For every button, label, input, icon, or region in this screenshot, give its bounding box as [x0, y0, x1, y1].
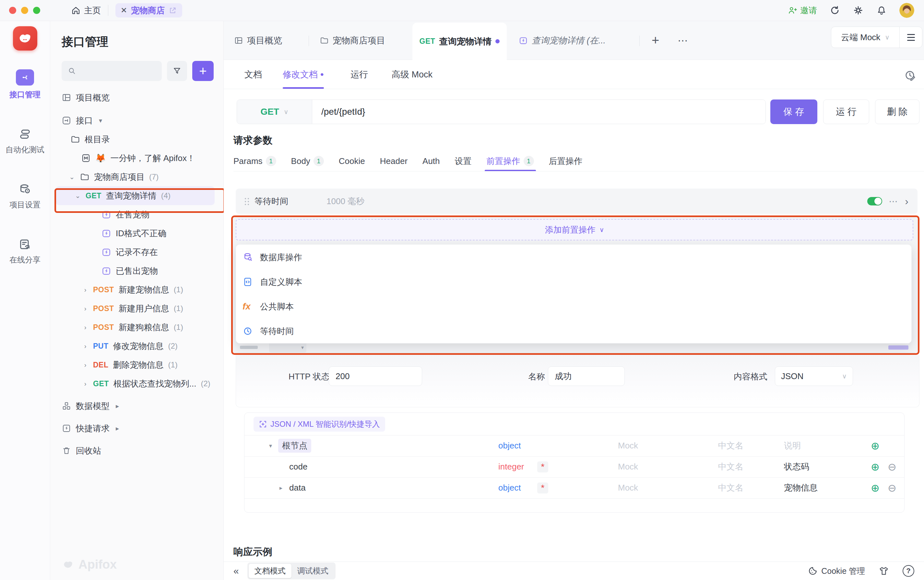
cn-name-placeholder[interactable]: 中文名 [718, 456, 743, 477]
delete-button[interactable]: 删 除 [875, 99, 919, 124]
menu-item-database-operation[interactable]: 数据库操作 [236, 245, 911, 270]
tree-endpoint-get-pet-detail-selected[interactable]: ⌄ GET 查询宠物详情 (4) [56, 186, 214, 205]
menu-item-public-script[interactable]: fx 公共脚本 [236, 294, 911, 319]
chevron-right-icon[interactable]: ▸ [114, 425, 120, 432]
workspace-tab-active-get-pet[interactable]: GET 查询宠物详情 [412, 23, 507, 60]
chevron-right-icon[interactable]: › [82, 305, 89, 312]
tab-body[interactable]: Body1 [291, 151, 324, 171]
description-placeholder[interactable]: 说明 [784, 435, 801, 456]
field-type[interactable]: object [498, 435, 521, 456]
chevron-right-icon[interactable]: › [82, 380, 89, 387]
tab-run[interactable]: 运行 [350, 60, 368, 89]
pre-op-wait-row[interactable]: 等待时间 1000 毫秒 ⋯ › [236, 189, 917, 214]
tree-folder-petstore[interactable]: ⌄ 宠物商店项目 (7) [50, 168, 223, 186]
collapse-caret-icon[interactable]: ▾ [269, 435, 272, 456]
add-pre-operation-button[interactable]: 添加前置操作 ∨ [236, 219, 913, 241]
chevron-right-icon[interactable]: › [82, 361, 89, 369]
field-description[interactable]: 状态码 [784, 456, 809, 477]
remove-field-icon[interactable]: ⊖ [888, 477, 896, 498]
open-external-icon[interactable] [168, 6, 177, 15]
close-window-button[interactable] [9, 7, 16, 14]
add-field-icon[interactable]: ⊕ [871, 435, 879, 456]
tree-endpoint-post-create-dogfood[interactable]: › POST 新建狗粮信息 (1) [50, 318, 223, 337]
tree-endpoint-put-update-pet[interactable]: › PUT 修改宠物信息 (2) [50, 337, 223, 356]
add-endpoint-button[interactable]: + [192, 61, 214, 81]
home-tab[interactable]: 主页 [71, 5, 101, 16]
menu-item-custom-script[interactable]: 自定义脚本 [236, 270, 911, 294]
cn-name-placeholder[interactable]: 中文名 [718, 435, 743, 456]
collapse-sidebar-icon[interactable]: « [233, 565, 239, 577]
tree-case-sold[interactable]: 已售出宠物 [50, 262, 223, 280]
sidebar-item-apis[interactable]: 接口 ▾ [50, 111, 223, 130]
tab-advanced-mock[interactable]: 高级 Mock [392, 60, 432, 89]
sidebar-item-recycle-bin[interactable]: 回收站 [50, 441, 223, 460]
user-avatar[interactable] [899, 3, 914, 18]
more-options-icon[interactable]: ⋯ [889, 196, 898, 207]
cookie-manager-button[interactable]: Cookie 管理 [808, 566, 865, 577]
chevron-right-icon[interactable]: › [82, 286, 89, 293]
chevron-down-icon[interactable]: ⌄ [74, 192, 81, 199]
expand-caret-icon[interactable]: ▸ [279, 477, 282, 498]
minimize-window-button[interactable] [21, 7, 28, 14]
project-tab[interactable]: ✕ 宠物商店 [116, 3, 182, 18]
tree-case-not-found[interactable]: 记录不存在 [50, 243, 223, 262]
tab-auth[interactable]: Auth [422, 151, 440, 171]
apifox-logo[interactable] [13, 26, 37, 51]
tree-endpoint-del-delete-pet[interactable]: › DEL 删除宠物信息 (1) [50, 356, 223, 374]
history-icon[interactable] [904, 69, 917, 82]
mock-placeholder[interactable]: Mock [618, 477, 638, 498]
rail-item-automated-testing[interactable]: 自动化测试 [5, 128, 45, 155]
new-tab-button[interactable]: + [652, 21, 668, 59]
chevron-right-icon[interactable]: › [82, 324, 89, 331]
add-field-icon[interactable]: ⊕ [871, 477, 879, 498]
notifications-bell-icon[interactable] [876, 5, 887, 16]
close-tab-icon[interactable]: ✕ [120, 6, 127, 15]
tab-settings[interactable]: 设置 [455, 151, 472, 171]
schema-row-data[interactable]: ▸ data object * Mock 中文名 宠物信息 ⊕ ⊖ [244, 477, 904, 498]
mock-placeholder[interactable]: Mock [618, 435, 638, 456]
save-button[interactable]: 保 存 [771, 99, 817, 124]
tree-endpoint-get-find-by-status[interactable]: › GET 根据状态查找宠物列... (2) [50, 374, 223, 393]
run-button[interactable]: 运 行 [823, 99, 869, 124]
tab-header[interactable]: Header [380, 151, 408, 171]
more-tabs-button[interactable]: ⋯ [678, 21, 697, 59]
enable-toggle[interactable] [867, 197, 882, 206]
rail-item-project-settings[interactable]: 项目设置 [10, 183, 41, 210]
doc-mode-button[interactable]: 文档模式 [249, 564, 292, 578]
workspace-tab-overview[interactable]: 项目概览 [234, 21, 305, 59]
chevron-down-icon[interactable]: ▾ [97, 117, 104, 124]
sidebar-item-project-overview[interactable]: 项目概览 [50, 88, 223, 107]
chevron-right-icon[interactable]: › [82, 343, 89, 350]
tab-params[interactable]: Params1 [233, 151, 276, 171]
sidebar-item-quick-requests[interactable]: 快捷请求 ▸ [50, 419, 223, 438]
tree-doc-intro[interactable]: 🦊 一分钟，了解 Apifox！ [50, 149, 223, 168]
remove-field-icon[interactable]: ⊖ [888, 456, 896, 477]
http-status-input[interactable] [329, 366, 422, 386]
maximize-window-button[interactable] [33, 7, 40, 14]
settings-gear-icon[interactable] [853, 5, 864, 16]
schema-row-root[interactable]: ▾ 根节点 object Mock 中文名 说明 ⊕ [244, 435, 904, 456]
tab-edit-doc[interactable]: 修改文档• [283, 60, 324, 89]
rail-item-online-share[interactable]: 在线分享 [10, 238, 41, 265]
json-xml-import-button[interactable]: JSON / XML 智能识别/快捷导入 [254, 417, 385, 432]
tree-endpoint-post-create-user[interactable]: › POST 新建用户信息 (1) [50, 299, 223, 318]
chevron-right-icon[interactable]: ▸ [114, 402, 120, 410]
tree-endpoint-post-create-pet[interactable]: › POST 新建宠物信息 (1) [50, 280, 223, 299]
rail-item-api-management[interactable]: 接口管理 [10, 69, 41, 100]
cn-name-placeholder[interactable]: 中文名 [718, 477, 743, 498]
mock-placeholder[interactable]: Mock [618, 456, 638, 477]
request-url-input[interactable] [312, 100, 766, 124]
sidebar-item-data-models[interactable]: 数据模型 ▸ [50, 397, 223, 415]
field-description[interactable]: 宠物信息 [784, 477, 818, 498]
help-icon[interactable]: ? [903, 565, 914, 577]
response-name-input[interactable] [548, 366, 625, 386]
drag-handle-icon[interactable] [245, 198, 246, 199]
mock-env-select[interactable]: 云端 Mock ∨ [831, 32, 899, 43]
content-format-select[interactable]: JSON ∨ [775, 366, 853, 386]
tree-case-bad-id[interactable]: ID格式不正确 [50, 224, 223, 243]
tab-pre-operations[interactable]: 前置操作1 [487, 151, 534, 171]
workspace-tab-project[interactable]: 宠物商店项目 [320, 21, 401, 59]
tree-folder-root[interactable]: 根目录 [50, 130, 223, 149]
tab-post-operations[interactable]: 后置操作 [549, 151, 582, 171]
tshirt-icon[interactable] [879, 566, 889, 576]
